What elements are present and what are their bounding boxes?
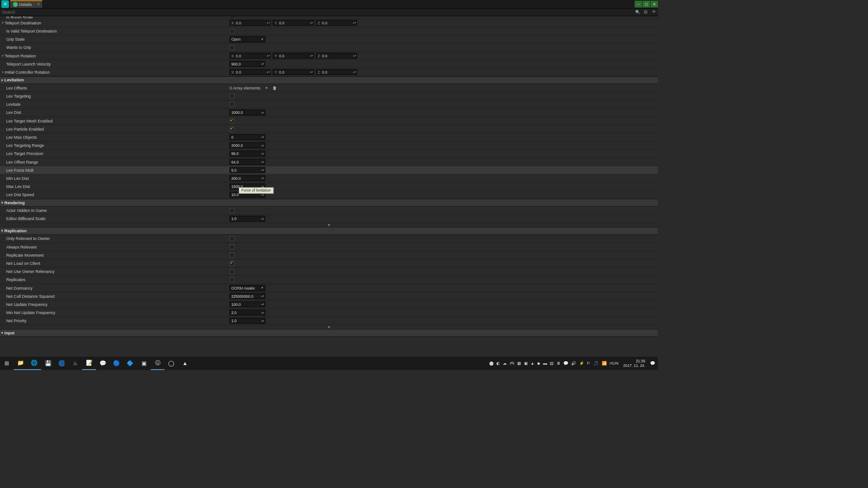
search-icon[interactable]: 🔍 xyxy=(634,10,642,15)
section-header[interactable]: Input xyxy=(0,329,658,337)
tray-icon[interactable]: ▣ xyxy=(524,361,528,366)
number-field[interactable]: 0▴▾ xyxy=(230,134,265,140)
spinner-icon[interactable]: ▴▾ xyxy=(261,136,264,138)
tray-volume-icon[interactable]: 🔊 xyxy=(571,361,576,366)
taskbar-steam-icon[interactable]: ♨ xyxy=(69,357,82,370)
spinner-icon[interactable]: ▴▾ xyxy=(261,169,264,171)
tray-icon[interactable]: ▦ xyxy=(517,361,521,366)
spinner-icon[interactable]: ▴▾ xyxy=(261,153,264,155)
spinner-icon[interactable]: ▴▾ xyxy=(310,22,313,24)
checkbox[interactable] xyxy=(230,102,235,107)
tray-icon[interactable]: ◐ xyxy=(496,361,500,366)
maximize-button[interactable]: ▢ xyxy=(642,1,650,8)
vector-z[interactable]: Z0.0▴▾ xyxy=(316,69,357,75)
details-tab[interactable]: Details ✕ xyxy=(10,0,42,8)
spinner-icon[interactable]: ▴▾ xyxy=(261,320,264,322)
checkbox[interactable] xyxy=(230,28,235,33)
tray-icon[interactable]: ▲ xyxy=(530,361,534,366)
minimize-button[interactable]: ─ xyxy=(635,1,642,8)
tray-icon[interactable]: 🎮 xyxy=(509,361,514,366)
number-field[interactable]: 10.0▴▾ xyxy=(230,192,265,197)
checkbox[interactable] xyxy=(230,236,235,241)
number-field[interactable]: 1.0▴▾ xyxy=(230,318,265,324)
taskbar-explorer-icon[interactable]: 📁 xyxy=(14,357,27,370)
taskbar-app3-icon[interactable]: ◯ xyxy=(165,357,178,370)
spinner-icon[interactable]: ▴▾ xyxy=(261,218,264,220)
number-field[interactable]: 2000.0▴▾ xyxy=(230,142,265,148)
taskbar-app2-icon[interactable]: 🔷 xyxy=(123,357,137,370)
spinner-icon[interactable]: ▴▾ xyxy=(261,194,264,196)
spinner-icon[interactable]: ▴▾ xyxy=(353,22,356,24)
array-clear-button[interactable]: 🗑 xyxy=(273,85,277,90)
expand-chevron-icon[interactable]: ▼ xyxy=(0,325,658,329)
vector-x[interactable]: X0.0▴▾ xyxy=(230,69,271,75)
spinner-icon[interactable]: ▴▾ xyxy=(261,178,264,179)
checkbox[interactable] xyxy=(230,94,235,99)
spinner-icon[interactable]: ▴▾ xyxy=(267,55,269,56)
checkbox[interactable] xyxy=(230,16,235,19)
vector-y[interactable]: Y0.0▴▾ xyxy=(273,53,314,59)
tray-icon[interactable]: ◆ xyxy=(537,361,540,366)
array-add-button[interactable]: ＋ xyxy=(264,85,269,91)
vector-x[interactable]: X0.0▴▾ xyxy=(230,20,271,26)
taskbar-sublime-icon[interactable]: 📝 xyxy=(82,357,96,370)
number-field[interactable]: 1500.0▴▾ xyxy=(230,183,265,189)
taskbar-clock[interactable]: 21:36 2017. 11. 24. xyxy=(621,359,647,368)
checkbox[interactable] xyxy=(230,277,235,282)
tray-icon[interactable]: 💬 xyxy=(563,361,568,366)
tray-notifications-icon[interactable]: 💬 xyxy=(650,361,655,366)
spinner-icon[interactable]: ▴▾ xyxy=(261,186,264,188)
spinner-icon[interactable]: ▴▾ xyxy=(310,71,313,73)
number-field[interactable]: 200.0▴▾ xyxy=(230,175,265,181)
tray-icon[interactable]: ☁ xyxy=(503,361,507,366)
number-field[interactable]: 1000.0▴▾ xyxy=(230,110,265,116)
spinner-icon[interactable]: ▴▾ xyxy=(261,312,264,314)
checkbox[interactable] xyxy=(230,244,235,249)
taskbar-save-icon[interactable]: 💾 xyxy=(41,357,55,370)
checkbox[interactable] xyxy=(230,45,235,50)
checkbox[interactable] xyxy=(230,208,235,213)
close-window-button[interactable]: ✕ xyxy=(651,1,658,8)
tray-icon[interactable]: ▤ xyxy=(550,361,553,366)
tray-icon[interactable]: ⚡ xyxy=(579,361,584,366)
spinner-icon[interactable]: ▴▾ xyxy=(267,22,269,24)
spinner-icon[interactable]: ▴▾ xyxy=(261,161,264,163)
tray-language[interactable]: HUN xyxy=(609,361,618,366)
spinner-icon[interactable]: ▴▾ xyxy=(261,112,264,113)
checkbox[interactable] xyxy=(230,118,235,123)
close-tab-icon[interactable]: ✕ xyxy=(37,2,40,6)
dropdown[interactable]: Open xyxy=(230,36,265,42)
checkbox[interactable] xyxy=(230,253,235,258)
checkbox[interactable] xyxy=(230,127,235,131)
taskbar-obs-icon[interactable]: 🔵 xyxy=(110,357,123,370)
spinner-icon[interactable]: ▴▾ xyxy=(261,145,264,146)
dropdown[interactable]: DORM Awake xyxy=(230,285,265,291)
number-field[interactable]: 225000000.0▴▾ xyxy=(230,293,265,299)
taskbar-unreal-icon[interactable]: Ⓤ xyxy=(151,357,165,370)
spinner-icon[interactable]: ▴▾ xyxy=(261,295,264,297)
number-field[interactable]: 100.0▴▾ xyxy=(230,301,265,307)
spinner-icon[interactable]: ▴▾ xyxy=(353,55,356,56)
checkbox[interactable] xyxy=(230,269,235,274)
checkbox[interactable] xyxy=(230,261,235,266)
number-field[interactable]: 1.0▴▾ xyxy=(230,216,265,222)
spinner-icon[interactable]: ▴▾ xyxy=(261,63,264,65)
spinner-icon[interactable]: ▴▾ xyxy=(310,55,313,56)
taskbar-vlc-icon[interactable]: ▲ xyxy=(178,357,192,370)
tray-icon[interactable]: ▬ xyxy=(543,361,547,366)
vector-z[interactable]: Z0.0▴▾ xyxy=(316,20,357,26)
taskbar-app-icon[interactable]: 🌀 xyxy=(55,357,68,370)
vector-y[interactable]: Y0.0▴▾ xyxy=(273,69,314,75)
vector-z[interactable]: Z0.0▴▾ xyxy=(316,53,357,59)
tray-icon[interactable]: ⬤ xyxy=(489,361,494,366)
spinner-icon[interactable]: ▴▾ xyxy=(261,304,264,305)
taskbar-chrome-icon[interactable]: 🌐 xyxy=(28,357,41,370)
section-header[interactable]: Replication xyxy=(0,227,658,235)
vector-x[interactable]: X0.0▴▾ xyxy=(230,53,271,59)
number-field[interactable]: 5.0▴▾ xyxy=(230,167,265,173)
list-view-button[interactable]: ▤ xyxy=(642,9,650,15)
tray-icon[interactable]: 🖥 xyxy=(557,361,561,366)
taskbar-discord-icon[interactable]: 💬 xyxy=(96,357,109,370)
section-header[interactable]: Rendering xyxy=(0,199,658,206)
number-field[interactable]: 64.0▴▾ xyxy=(230,159,265,165)
